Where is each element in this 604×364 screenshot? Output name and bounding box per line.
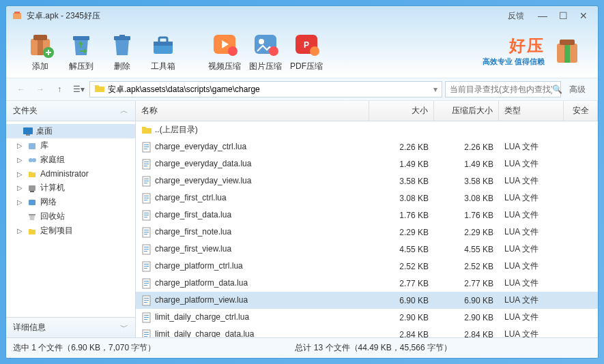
svg-rect-73 xyxy=(144,317,149,318)
toolbox-button[interactable]: 工具箱 xyxy=(143,29,184,72)
content-area: 文件夹 ︿ 桌面 ▷库▷家庭组▷Administrator▷计算机▷网络回收站▷… xyxy=(6,101,598,337)
file-row[interactable]: charge_platform_ctrl.lua2.52 KB2.52 KBLU… xyxy=(136,258,598,275)
expander-icon[interactable]: ▷ xyxy=(16,156,24,164)
detail-panel-header[interactable]: 详细信息 ﹀ xyxy=(6,317,135,337)
chevron-down-icon[interactable]: ﹀ xyxy=(120,322,128,333)
svg-rect-70 xyxy=(144,302,147,303)
file-row[interactable]: limit_daily_charge_ctrl.lua2.90 KB2.90 K… xyxy=(136,309,598,326)
minimize-button[interactable]: — xyxy=(534,9,551,22)
up-button[interactable]: ↑ xyxy=(51,82,68,97)
search-icon[interactable]: 🔍 xyxy=(552,85,562,94)
maximize-button[interactable]: ☐ xyxy=(554,9,572,22)
col-size[interactable]: 大小 xyxy=(369,101,434,121)
svg-text:P: P xyxy=(304,40,309,50)
tree-desktop[interactable]: 桌面 xyxy=(6,124,135,138)
svg-rect-20 xyxy=(564,44,570,63)
svg-rect-38 xyxy=(144,166,147,166)
svg-point-15 xyxy=(269,46,278,56)
expander-icon[interactable]: ▷ xyxy=(16,227,24,235)
file-row[interactable]: limit_daily_charge_data.lua2.84 KB2.84 K… xyxy=(136,326,598,337)
file-row[interactable]: charge_first_data.lua1.76 KB1.76 KBLUA 文… xyxy=(136,207,598,224)
svg-rect-65 xyxy=(144,283,149,284)
view-button[interactable]: ☰▾ xyxy=(70,82,87,97)
col-secure[interactable]: 安全 xyxy=(564,101,598,121)
svg-rect-33 xyxy=(144,147,149,147)
lua-file-icon xyxy=(141,329,152,338)
svg-rect-4 xyxy=(33,35,47,40)
folder-tree[interactable]: 桌面 ▷库▷家庭组▷Administrator▷计算机▷网络回收站▷定制项目 xyxy=(6,121,135,317)
expander-icon[interactable]: ▷ xyxy=(16,170,24,178)
folder-icon xyxy=(141,125,152,136)
file-rows[interactable]: ..(上层目录) charge_everyday_ctrl.lua2.26 KB… xyxy=(136,121,598,337)
tree-item[interactable]: ▷家庭组 xyxy=(6,153,135,167)
tree-item[interactable]: ▷网络 xyxy=(6,195,135,209)
extract-button[interactable]: 解压到 xyxy=(61,29,102,72)
file-row[interactable]: charge_platform_data.lua2.77 KB2.77 KBLU… xyxy=(136,275,598,292)
path-field[interactable] xyxy=(108,85,431,94)
pdf-icon: P xyxy=(291,29,321,59)
parent-dir-row[interactable]: ..(上层目录) xyxy=(136,121,598,138)
pdf-compress-button[interactable]: P PDF压缩 xyxy=(286,29,327,72)
tree-item[interactable]: ▷Administrator xyxy=(6,167,135,181)
svg-rect-42 xyxy=(144,183,147,183)
tree-item[interactable]: ▷计算机 xyxy=(6,181,135,195)
search-input[interactable] xyxy=(450,85,552,94)
file-row[interactable]: charge_platform_view.lua6.90 KB6.90 KBLU… xyxy=(136,292,598,309)
file-row[interactable]: charge_first_ctrl.lua3.08 KB3.08 KBLUA 文… xyxy=(136,189,598,207)
app-window: 安卓.apk - 2345好压 反馈 — ☐ ✕ 添加 解压到 删除 工具箱 视… xyxy=(5,5,599,359)
svg-rect-54 xyxy=(144,234,147,234)
file-row[interactable]: charge_everyday_view.lua3.58 KB3.58 KBLU… xyxy=(136,172,598,189)
col-csize[interactable]: 压缩后大小 xyxy=(434,101,499,121)
back-button[interactable]: ← xyxy=(13,82,29,97)
tree-item[interactable]: 回收站 xyxy=(6,209,135,224)
file-row[interactable]: charge_first_view.lua4.55 KB4.55 KBLUA 文… xyxy=(136,241,598,258)
svg-rect-34 xyxy=(144,149,147,149)
statusbar: 选中 1 个文件（6.90 KB，7,070 字节） 总计 13 个文件（44.… xyxy=(6,337,598,358)
svg-rect-0 xyxy=(13,13,21,19)
video-compress-button[interactable]: 视频压缩 xyxy=(204,29,245,72)
lua-file-icon xyxy=(141,227,152,238)
svg-rect-48 xyxy=(144,213,149,213)
forward-button[interactable]: → xyxy=(32,82,48,97)
delete-button[interactable]: 删除 xyxy=(102,29,143,72)
svg-rect-78 xyxy=(144,336,147,337)
tree-node-icon xyxy=(27,155,38,166)
chevron-up-icon[interactable]: ︿ xyxy=(120,105,128,117)
advanced-button[interactable]: 高级 xyxy=(564,84,591,95)
svg-rect-24 xyxy=(29,143,35,149)
svg-rect-32 xyxy=(144,145,149,145)
expander-icon[interactable]: ▷ xyxy=(16,198,24,207)
svg-rect-27 xyxy=(29,185,35,191)
chevron-down-icon[interactable]: ▾ xyxy=(433,85,437,94)
lua-file-icon xyxy=(141,244,152,255)
svg-rect-1 xyxy=(14,12,20,14)
image-icon xyxy=(250,29,281,59)
file-row[interactable]: charge_everyday_data.lua1.49 KB1.49 KBLU… xyxy=(136,155,598,172)
svg-rect-66 xyxy=(144,285,147,286)
expander-icon[interactable]: ▷ xyxy=(16,184,24,192)
tree-item[interactable]: ▷定制项目 xyxy=(6,224,135,238)
file-row[interactable]: charge_everyday_ctrl.lua2.26 KB2.26 KBLU… xyxy=(136,138,598,155)
trash-icon xyxy=(107,29,137,59)
add-button[interactable]: 添加 xyxy=(20,29,61,72)
feedback-link[interactable]: 反馈 xyxy=(508,10,524,22)
tree-item[interactable]: ▷库 xyxy=(6,138,135,153)
expander-icon[interactable] xyxy=(16,213,24,221)
folder-panel-header[interactable]: 文件夹 ︿ xyxy=(6,101,135,121)
expander-icon[interactable]: ▷ xyxy=(16,142,24,150)
file-row[interactable]: charge_first_note.lua2.29 KB2.29 KBLUA 文… xyxy=(136,224,598,241)
image-compress-button[interactable]: 图片压缩 xyxy=(245,29,286,72)
close-button[interactable]: ✕ xyxy=(575,9,592,22)
svg-rect-45 xyxy=(144,198,149,198)
svg-point-26 xyxy=(32,158,36,162)
search-box[interactable]: 🔍 xyxy=(445,81,561,97)
svg-rect-72 xyxy=(144,315,149,316)
col-name[interactable]: 名称 xyxy=(136,101,369,121)
lua-file-icon xyxy=(141,312,152,323)
svg-rect-40 xyxy=(144,179,149,179)
titlebar[interactable]: 安卓.apk - 2345好压 反馈 — ☐ ✕ xyxy=(6,6,598,25)
col-type[interactable]: 类型 xyxy=(499,101,564,121)
file-list: 名称 大小 压缩后大小 类型 安全 ..(上层目录) charge_everyd… xyxy=(136,101,598,337)
path-input[interactable]: ▾ xyxy=(89,81,442,97)
video-icon xyxy=(210,29,240,59)
